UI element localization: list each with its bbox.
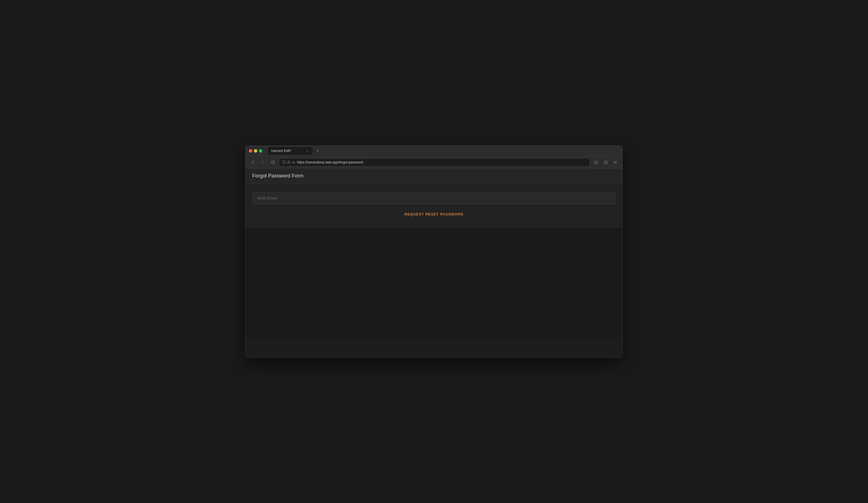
page-body: [246, 227, 622, 339]
bookmark-button[interactable]: [592, 158, 600, 166]
pocket-icon: [604, 160, 608, 164]
bookmark-icon: [594, 160, 598, 164]
shield-icon: [282, 160, 286, 164]
navigation-bar: https://harvestkmp.web.app/forgot-passwo…: [246, 156, 622, 168]
url-display: https://harvestkmp.web.app/forgot-passwo…: [297, 160, 587, 164]
page-content: Forgot Password Form REQUEST RESET PASSW…: [246, 168, 622, 339]
svg-rect-2: [604, 161, 607, 164]
svg-rect-0: [288, 162, 290, 164]
pocket-button[interactable]: [602, 158, 610, 166]
address-bar[interactable]: https://harvestkmp.web.app/forgot-passwo…: [279, 158, 590, 167]
tab-close-button[interactable]: ×: [306, 149, 309, 153]
refresh-button[interactable]: [269, 158, 277, 166]
tab-bar: Harvest KMP × +: [268, 147, 619, 155]
key-icon: [292, 160, 295, 164]
lock-icon: [287, 160, 291, 164]
menu-icon: [613, 160, 617, 164]
browser-window: Harvest KMP × +: [245, 145, 623, 358]
security-icons: [282, 160, 295, 164]
menu-button[interactable]: [611, 158, 619, 166]
title-bar: Harvest KMP × +: [246, 146, 622, 156]
page-title: Forgot Password Form: [252, 173, 616, 179]
back-icon: [251, 160, 255, 164]
forward-icon: [261, 160, 265, 164]
close-button[interactable]: [249, 149, 252, 153]
forward-button[interactable]: [259, 158, 267, 166]
nav-right-icons: [592, 158, 619, 166]
browser-tab[interactable]: Harvest KMP ×: [268, 147, 313, 155]
maximize-button[interactable]: [259, 149, 262, 153]
refresh-icon: [271, 160, 275, 164]
page-header: Forgot Password Form: [246, 168, 622, 184]
form-section: REQUEST RESET PASSWORD: [246, 184, 622, 227]
email-input[interactable]: [252, 192, 616, 204]
traffic-lights: [249, 149, 262, 153]
minimize-button[interactable]: [254, 149, 257, 153]
tab-title: Harvest KMP: [271, 149, 303, 153]
submit-button[interactable]: REQUEST RESET PASSWORD: [400, 210, 468, 219]
new-tab-button[interactable]: +: [314, 147, 322, 155]
back-button[interactable]: [249, 158, 257, 166]
